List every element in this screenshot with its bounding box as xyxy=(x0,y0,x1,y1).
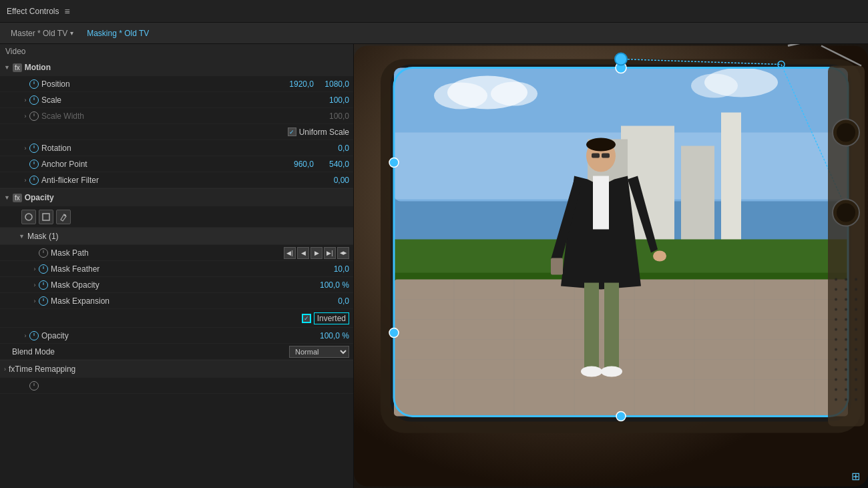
mask-expansion-val[interactable]: 0,0 xyxy=(319,296,349,306)
svg-point-76 xyxy=(845,328,847,331)
svg-point-32 xyxy=(586,138,616,152)
svg-rect-12 xyxy=(721,113,741,246)
time-remapping-row[interactable]: › fx Time Remapping xyxy=(0,360,353,378)
anchor-point-label: Anchor Point xyxy=(41,160,284,169)
opacity-prop-val[interactable]: 100,0 % xyxy=(319,331,349,340)
opacity-group: ▼ fx Opacity xyxy=(0,189,353,360)
anchor-point-val1[interactable]: 960,0 xyxy=(284,160,314,169)
opacity-prop-expand[interactable]: › xyxy=(21,332,29,339)
svg-point-44 xyxy=(691,74,738,98)
mask-expansion-row: › Mask Expansion 0,0 xyxy=(0,293,353,309)
motion-fx-badge: fx xyxy=(13,63,22,72)
scale-width-row: › Scale Width 100,0 xyxy=(0,108,353,124)
anchor-point-stopwatch[interactable] xyxy=(29,160,39,169)
scale-width-stopwatch[interactable] xyxy=(29,111,39,121)
blend-mode-select[interactable]: Normal Dissolve Darken Multiply Screen O… xyxy=(289,346,349,358)
mask-opacity-val[interactable]: 100,0 % xyxy=(319,280,349,290)
svg-point-79 xyxy=(845,338,847,341)
mask-path-btn-next[interactable]: ▶| xyxy=(324,247,336,259)
anti-flicker-val1[interactable]: 0,00 xyxy=(319,176,349,185)
opacity-prop-stopwatch[interactable] xyxy=(29,331,39,340)
scale-label: Scale xyxy=(41,95,319,105)
svg-point-38 xyxy=(601,367,622,377)
svg-rect-35 xyxy=(584,283,599,370)
rotation-expand[interactable]: › xyxy=(21,145,29,152)
tab-masking[interactable]: Masking * Old TV xyxy=(81,23,154,43)
opacity-effect-name: Opacity xyxy=(25,193,54,202)
scale-row: › Scale 100,0 xyxy=(0,92,353,108)
fit-to-frame-icon[interactable]: ⊞ xyxy=(851,470,860,483)
pen-svg xyxy=(59,212,68,222)
mask-expansion-label: Mask Expansion xyxy=(51,296,319,306)
scale-width-expand[interactable]: › xyxy=(21,113,29,119)
svg-point-0 xyxy=(25,214,32,220)
position-stopwatch[interactable] xyxy=(29,79,39,89)
svg-point-50 xyxy=(616,412,626,421)
pen-mask-icon[interactable] xyxy=(56,210,71,224)
chevron-down-icon: ▾ xyxy=(70,29,73,37)
rotation-stopwatch[interactable] xyxy=(29,144,39,153)
svg-line-99 xyxy=(788,44,848,46)
motion-header[interactable]: ▼ fx Motion xyxy=(0,59,353,76)
mask-path-btn-prev[interactable]: ◀ xyxy=(297,247,309,259)
rectangle-mask-icon[interactable] xyxy=(39,210,53,224)
svg-point-68 xyxy=(855,298,857,301)
mask-path-btn-first[interactable]: ◀| xyxy=(284,247,296,259)
svg-point-34 xyxy=(653,251,666,262)
tv-preview-svg xyxy=(354,44,868,488)
opacity-prop-label: Opacity xyxy=(41,331,319,340)
scale-val1[interactable]: 100,0 xyxy=(319,95,349,105)
anti-flicker-expand[interactable]: › xyxy=(21,177,29,184)
scale-width-val1[interactable]: 100,0 xyxy=(319,111,349,121)
time-remap-stopwatch[interactable] xyxy=(29,381,39,391)
svg-point-88 xyxy=(845,369,847,371)
svg-point-86 xyxy=(855,358,857,361)
rotation-val1[interactable]: 0,0 xyxy=(319,144,349,153)
scale-width-label: Scale Width xyxy=(41,111,319,121)
time-remap-sub-row xyxy=(0,378,353,394)
mask-path-btn-add[interactable]: ◀▶ xyxy=(337,247,349,259)
scale-stopwatch[interactable] xyxy=(29,95,39,105)
inverted-checkbox[interactable]: ✓ xyxy=(302,314,311,323)
svg-rect-16 xyxy=(394,280,848,417)
position-label: Position xyxy=(41,79,284,89)
left-panel: Video ▼ fx Motion Position 1920,0 1080,0… xyxy=(0,44,354,488)
time-remap-chevron-icon: › xyxy=(4,366,6,373)
preview-container: ⊞ xyxy=(354,44,868,488)
position-val2[interactable]: 1080,0 xyxy=(319,79,349,89)
mask-path-stopwatch[interactable] xyxy=(39,248,48,258)
tab-bar: Master * Old TV ▾ Masking * Old TV xyxy=(0,23,868,44)
mask-opacity-expand[interactable]: › xyxy=(31,282,39,288)
tab-master[interactable]: Master * Old TV ▾ xyxy=(5,23,79,43)
svg-point-69 xyxy=(835,308,837,311)
menu-icon[interactable]: ≡ xyxy=(64,6,69,17)
anti-flicker-stopwatch[interactable] xyxy=(29,176,39,185)
position-val1[interactable]: 1920,0 xyxy=(284,79,314,89)
uniform-scale-checkbox[interactable]: ✓ xyxy=(288,128,296,136)
svg-point-98 xyxy=(855,399,857,401)
mask-expansion-expand[interactable]: › xyxy=(31,298,39,304)
svg-point-47 xyxy=(389,158,399,168)
svg-point-65 xyxy=(855,288,857,291)
mask-opacity-label: Mask Opacity xyxy=(51,280,319,290)
svg-point-42 xyxy=(491,82,537,106)
svg-rect-11 xyxy=(681,146,714,246)
svg-point-70 xyxy=(845,308,847,311)
mask-opacity-row: › Mask Opacity 100,0 % xyxy=(0,277,353,293)
anchor-point-val2[interactable]: 540,0 xyxy=(319,160,349,169)
mask-opacity-stopwatch[interactable] xyxy=(39,280,48,290)
mask-feather-val[interactable]: 10,0 xyxy=(319,264,349,274)
mask-expansion-stopwatch[interactable] xyxy=(39,296,48,306)
mask1-chevron-icon: ▼ xyxy=(19,233,25,240)
mask-feather-expand[interactable]: › xyxy=(31,266,39,272)
ellipse-mask-icon[interactable] xyxy=(21,210,36,224)
opacity-header[interactable]: ▼ fx Opacity xyxy=(0,189,353,206)
mask1-label: Mask (1) xyxy=(27,232,59,241)
mask-path-btn-play[interactable]: ▶ xyxy=(310,247,322,259)
svg-point-66 xyxy=(835,298,837,301)
svg-point-62 xyxy=(855,278,857,281)
svg-point-89 xyxy=(855,369,857,371)
mask-feather-stopwatch[interactable] xyxy=(39,264,48,274)
mask1-header-row[interactable]: ▼ Mask (1) xyxy=(0,228,353,245)
scale-expand[interactable]: › xyxy=(21,97,29,103)
